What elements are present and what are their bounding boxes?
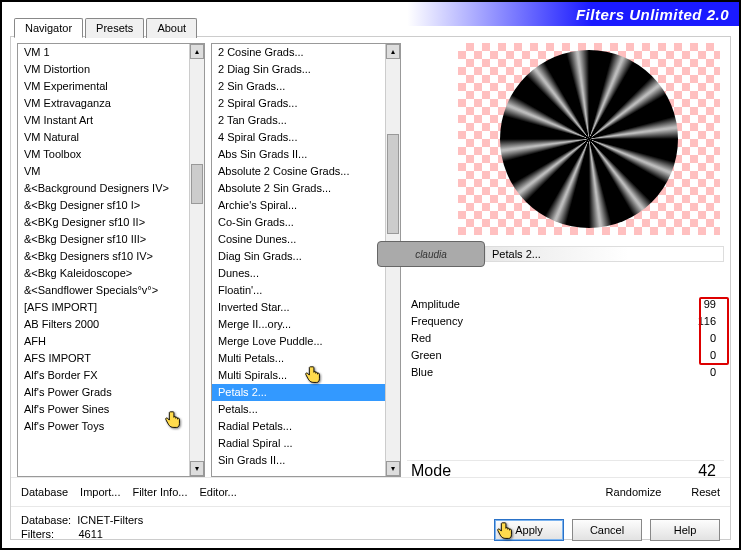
tab-presets[interactable]: Presets <box>85 18 144 38</box>
filter-item[interactable]: 2 Tan Grads... <box>212 112 400 129</box>
param-row-amplitude[interactable]: Amplitude99 <box>407 295 724 312</box>
param-row-blue[interactable]: Blue0 <box>407 363 724 380</box>
status-db-value: ICNET-Filters <box>77 514 143 526</box>
param-value: 99 <box>686 298 716 310</box>
watermark-badge: claudia <box>377 241 485 267</box>
tab-about[interactable]: About <box>146 18 197 38</box>
param-label: Amplitude <box>411 298 460 310</box>
category-item[interactable]: Alf's Power Sines <box>18 401 204 418</box>
randomize-button[interactable]: Randomize <box>606 486 662 498</box>
filter-item[interactable]: 2 Cosine Grads... <box>212 44 400 61</box>
apply-button[interactable]: Apply <box>494 519 564 541</box>
param-value: 116 <box>686 315 716 327</box>
category-item[interactable]: &<Bkg Designer sf10 I> <box>18 197 204 214</box>
category-item[interactable]: VM Toolbox <box>18 146 204 163</box>
category-item[interactable]: Alf's Power Grads <box>18 384 204 401</box>
scrollbar[interactable]: ▴ ▾ <box>189 44 204 476</box>
filter-item[interactable]: Absolute 2 Cosine Grads... <box>212 163 400 180</box>
category-item[interactable]: VM 1 <box>18 44 204 61</box>
app-title: Filters Unlimited 2.0 <box>576 6 729 23</box>
param-value: 0 <box>686 366 716 378</box>
category-item[interactable]: &<Bkg Designers sf10 IV> <box>18 248 204 265</box>
mode-value: 42 <box>686 462 716 480</box>
editor-button[interactable]: Editor... <box>199 486 236 498</box>
database-button[interactable]: Database <box>21 486 68 498</box>
filter-item[interactable]: Abs Sin Grads II... <box>212 146 400 163</box>
param-row-frequency[interactable]: Frequency116 <box>407 312 724 329</box>
filter-item[interactable]: Inverted Star... <box>212 299 400 316</box>
filter-item[interactable]: Petals... <box>212 401 400 418</box>
filter-item[interactable]: Radial Petals... <box>212 418 400 435</box>
param-label: Frequency <box>411 315 463 327</box>
filter-item[interactable]: 2 Diag Sin Grads... <box>212 61 400 78</box>
category-item[interactable]: VM Natural <box>18 129 204 146</box>
param-value: 0 <box>686 349 716 361</box>
category-listbox[interactable]: VM 1VM DistortionVM ExperimentalVM Extra… <box>17 43 205 477</box>
preview-image <box>458 43 720 235</box>
category-item[interactable]: Alf's Border FX <box>18 367 204 384</box>
category-item[interactable]: &<Bkg Designer sf10 III> <box>18 231 204 248</box>
category-item[interactable]: AFS IMPORT <box>18 350 204 367</box>
filter-item[interactable]: 2 Spiral Grads... <box>212 95 400 112</box>
status-db-label: Database: <box>21 514 71 526</box>
category-item[interactable]: &<BKg Designer sf10 II> <box>18 214 204 231</box>
category-item[interactable]: [AFS IMPORT] <box>18 299 204 316</box>
filter-item[interactable]: 2 Sin Grads... <box>212 78 400 95</box>
scroll-thumb[interactable] <box>191 164 203 204</box>
param-label: Red <box>411 332 431 344</box>
scroll-down-icon[interactable]: ▾ <box>190 461 204 476</box>
scroll-thumb[interactable] <box>387 134 399 234</box>
scroll-up-icon[interactable]: ▴ <box>386 44 400 59</box>
filter-item[interactable]: Merge II...ory... <box>212 316 400 333</box>
mode-label: Mode <box>411 462 451 480</box>
filter-info-button[interactable]: Filter Info... <box>132 486 187 498</box>
filter-name-label: Petals 2... <box>485 246 724 262</box>
filter-item[interactable]: Absolute 2 Sin Grads... <box>212 180 400 197</box>
category-item[interactable]: &<Background Designers IV> <box>18 180 204 197</box>
status-filters-label: Filters: <box>21 528 54 540</box>
filter-item[interactable]: 4 Spiral Grads... <box>212 129 400 146</box>
status-filters-value: 4611 <box>78 528 102 540</box>
param-value: 0 <box>686 332 716 344</box>
category-item[interactable]: VM Extravaganza <box>18 95 204 112</box>
filter-item[interactable]: Cosine Dunes... <box>212 231 400 248</box>
category-item[interactable]: VM Distortion <box>18 61 204 78</box>
filter-item[interactable]: Archie's Spiral... <box>212 197 400 214</box>
filter-item[interactable]: Petals 2... <box>212 384 400 401</box>
category-item[interactable]: AFH <box>18 333 204 350</box>
param-label: Blue <box>411 366 433 378</box>
category-item[interactable]: Alf's Power Toys <box>18 418 204 435</box>
filter-item[interactable]: Co-Sin Grads... <box>212 214 400 231</box>
scroll-up-icon[interactable]: ▴ <box>190 44 204 59</box>
filter-listbox[interactable]: 2 Cosine Grads...2 Diag Sin Grads...2 Si… <box>211 43 401 477</box>
param-row-red[interactable]: Red0 <box>407 329 724 346</box>
help-button[interactable]: Help <box>650 519 720 541</box>
filter-item[interactable]: Merge Love Puddle... <box>212 333 400 350</box>
status-row: Database: ICNET-Filters Filters: 4611 Ap… <box>11 507 730 547</box>
filter-item[interactable]: Diag Sin Grads... <box>212 248 400 265</box>
preview-column: claudia Petals 2... Amplitude99Frequency… <box>407 43 724 477</box>
filter-item[interactable]: Dunes... <box>212 265 400 282</box>
link-button-row: Database Import... Filter Info... Editor… <box>11 477 730 507</box>
filter-item[interactable]: Floatin'... <box>212 282 400 299</box>
tab-navigator[interactable]: Navigator <box>14 18 83 38</box>
category-item[interactable]: AB Filters 2000 <box>18 316 204 333</box>
import-button[interactable]: Import... <box>80 486 120 498</box>
category-item[interactable]: VM Experimental <box>18 78 204 95</box>
category-item[interactable]: VM <box>18 163 204 180</box>
filter-item[interactable]: Sin Grads II... <box>212 452 400 469</box>
param-row-green[interactable]: Green0 <box>407 346 724 363</box>
tab-strip: Navigator Presets About <box>14 18 199 38</box>
reset-button[interactable]: Reset <box>691 486 720 498</box>
filter-item[interactable]: Radial Spiral ... <box>212 435 400 452</box>
parameters-panel: Amplitude99Frequency116Red0Green0Blue0 <box>407 295 724 380</box>
category-item[interactable]: VM Instant Art <box>18 112 204 129</box>
scroll-down-icon[interactable]: ▾ <box>386 461 400 476</box>
cancel-button[interactable]: Cancel <box>572 519 642 541</box>
filter-item[interactable]: Multi Petals... <box>212 350 400 367</box>
category-item[interactable]: &<Bkg Kaleidoscope> <box>18 265 204 282</box>
filter-item[interactable]: Multi Spirals... <box>212 367 400 384</box>
navigator-panel: VM 1VM DistortionVM ExperimentalVM Extra… <box>10 36 731 540</box>
category-item[interactable]: &<Sandflower Specials°v°> <box>18 282 204 299</box>
param-label: Green <box>411 349 442 361</box>
